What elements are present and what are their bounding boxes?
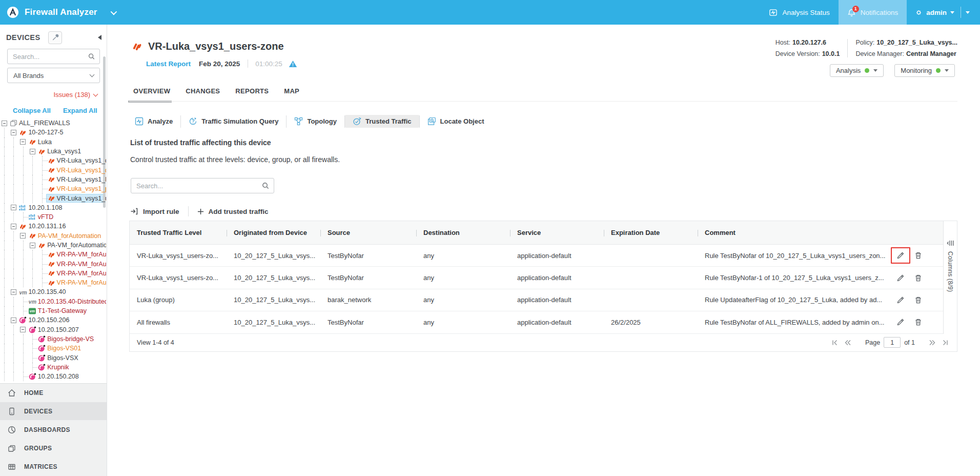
tree-item[interactable]: vFTD <box>0 212 106 222</box>
issues-dropdown[interactable]: Issues (138) <box>53 91 97 98</box>
collapse-sidebar-icon[interactable] <box>98 35 101 40</box>
tree-item[interactable]: Luka <box>0 137 106 147</box>
edit-rule-button[interactable] <box>895 273 906 283</box>
tree-item[interactable]: VR-Luka_vsys1_d <box>0 165 106 174</box>
tree-item[interactable]: Bigos-VSX <box>0 353 106 362</box>
import-rule-button[interactable]: Import rule <box>130 208 179 215</box>
tree-expander[interactable] <box>30 149 35 154</box>
device-search-input[interactable] <box>7 49 100 64</box>
brand-filter-select[interactable]: All Brands <box>7 68 100 83</box>
table-row[interactable]: VR-Luka_vsys1_users-zo...10_20_127_5_Luk… <box>130 245 943 267</box>
warning-icon[interactable] <box>289 60 297 68</box>
table-row[interactable]: Luka (group)10_20_127_5_Luka_vsys...bara… <box>130 289 943 311</box>
tree-item[interactable]: 10.20.131.16 <box>0 222 106 231</box>
tree-expander[interactable] <box>2 121 7 126</box>
delete-rule-button[interactable] <box>913 250 923 261</box>
tab-overview[interactable]: OVERVIEW <box>133 87 170 95</box>
tree-item[interactable]: VR-PA-VM_forAut <box>0 259 106 268</box>
edit-rule-button[interactable] <box>895 250 906 261</box>
tree-item[interactable]: 10.20.150.207 <box>0 325 106 334</box>
next-page-icon[interactable] <box>927 338 936 347</box>
tree-expander[interactable] <box>30 243 35 248</box>
tree-guide-line <box>23 278 24 287</box>
tree-item[interactable]: 10-20-127-5 <box>0 128 106 137</box>
column-header[interactable]: Destination <box>416 229 510 236</box>
trusted-traffic-button[interactable]: Trusted Traffic <box>345 115 419 128</box>
delete-rule-button[interactable] <box>913 295 923 305</box>
tree-item[interactable]: VR-Luka_vsys1_d <box>0 156 106 165</box>
traffic-simulation-query-button[interactable]: Traffic Simulation Query <box>181 115 286 128</box>
tree-item[interactable]: vm10.20.135.40-Distributed <box>0 297 106 306</box>
delete-rule-button[interactable] <box>913 273 923 283</box>
tree-expander[interactable] <box>11 130 16 135</box>
trusted-traffic-search-input[interactable] <box>131 178 274 193</box>
tree-item[interactable]: Luka_vsys1 <box>0 147 106 156</box>
sidebar-item-devices[interactable]: DEVICES <box>0 402 107 420</box>
tab-changes[interactable]: CHANGES <box>186 87 220 95</box>
tree-expander[interactable] <box>11 289 16 295</box>
columns-control-label[interactable]: Columns (8/9) <box>947 251 954 292</box>
table-row[interactable]: VR-Luka_vsys1_users-zo...10_20_127_5_Luk… <box>130 267 943 289</box>
tree-item[interactable]: 10.20.150.206 <box>0 315 106 325</box>
tree-item[interactable]: VR-PA-VM_forAut <box>0 278 106 287</box>
tree-item[interactable]: Bigos-bridge-VS <box>0 334 106 344</box>
tree-item[interactable]: vm10.20.135.40 <box>0 287 106 296</box>
tree-item[interactable]: PA-VM_forAutomation <box>0 231 106 241</box>
table-cell: 10_20_127_5_Luka_vsys... <box>227 274 320 282</box>
analysis-status-button[interactable]: Analysis Status <box>760 0 838 25</box>
more-menu-caret-icon[interactable] <box>966 11 970 14</box>
tree-item[interactable]: VR-Luka_vsys1_Ir <box>0 175 106 184</box>
sidebar-item-home[interactable]: HOME <box>0 384 107 402</box>
columns-control[interactable]: Columns (8/9) <box>943 221 957 334</box>
tree-item[interactable]: VR-PA-VM_forAut <box>0 250 106 259</box>
last-page-icon[interactable] <box>941 338 950 347</box>
user-menu[interactable]: admin <box>907 0 958 25</box>
monitoring-status-dropdown[interactable]: Monitoring <box>894 64 955 77</box>
sidebar-item-dashboards[interactable]: DASHBOARDS <box>0 421 107 439</box>
collapse-all-link[interactable]: Collapse All <box>13 107 51 114</box>
previous-page-icon[interactable] <box>844 338 853 347</box>
notifications-button[interactable]: 1 Notifications <box>839 0 907 25</box>
tree-item[interactable]: vmT1-Test-Gateway <box>0 306 106 315</box>
analysis-status-dropdown[interactable]: Analysis <box>830 64 884 77</box>
tree-expander[interactable] <box>20 233 26 239</box>
tree-item[interactable]: Bigos-VS01 <box>0 344 106 353</box>
column-header[interactable]: Source <box>320 229 416 236</box>
tab-map[interactable]: MAP <box>284 87 299 95</box>
tree-item[interactable]: 10.20.1.108 <box>0 203 106 212</box>
add-trusted-traffic-button[interactable]: Add trusted traffic <box>197 208 269 215</box>
latest-report-link[interactable]: Latest Report <box>146 60 191 68</box>
analyze-button[interactable]: Analyze <box>127 115 180 128</box>
tab-reports[interactable]: REPORTS <box>235 87 269 95</box>
tree-item[interactable]: VR-PA-VM_forAut <box>0 269 106 278</box>
topology-button[interactable]: Topology <box>287 115 344 128</box>
tree-item[interactable]: PA-VM_forAutomatio <box>0 241 106 250</box>
tree-item[interactable]: VR-Luka_vsys1_p <box>0 184 106 193</box>
column-header[interactable]: Expiration Date <box>604 229 698 236</box>
sidebar-item-matrices[interactable]: MATRICES <box>0 458 107 475</box>
column-header[interactable]: Originated from Device <box>227 229 320 236</box>
edit-rule-button[interactable] <box>895 317 906 327</box>
tree-expander[interactable] <box>11 318 16 323</box>
sidebar-item-groups[interactable]: GROUPS <box>0 439 107 457</box>
tree-item[interactable]: VR-Luka_vsys1_u <box>0 193 106 203</box>
edit-rule-button[interactable] <box>895 295 906 305</box>
table-row[interactable]: All firewalls10_20_127_5_Luka_vsys...Tes… <box>130 311 943 333</box>
column-header[interactable]: Trusted Traffic Level <box>130 229 227 236</box>
column-header[interactable]: Service <box>510 229 604 236</box>
tree-expander[interactable] <box>11 205 16 210</box>
expand-all-link[interactable]: Expand All <box>63 107 97 114</box>
delete-rule-button[interactable] <box>913 317 923 327</box>
tree-expander[interactable] <box>20 139 26 145</box>
column-header[interactable]: Comment <box>698 229 888 236</box>
device-tools-button[interactable] <box>48 31 62 44</box>
tree-item[interactable]: Krupnik <box>0 363 106 372</box>
tree-item[interactable]: 10.20.150.208 <box>0 372 106 381</box>
locate-object-button[interactable]: Locate Object <box>420 115 492 128</box>
tree-expander[interactable] <box>11 224 16 229</box>
tree-item[interactable]: ALL_FIREWALLS <box>0 118 106 128</box>
app-switcher-chevron-icon[interactable] <box>110 8 117 15</box>
first-page-icon[interactable] <box>830 338 840 347</box>
page-number-input[interactable] <box>884 337 901 348</box>
tree-expander[interactable] <box>20 327 26 332</box>
